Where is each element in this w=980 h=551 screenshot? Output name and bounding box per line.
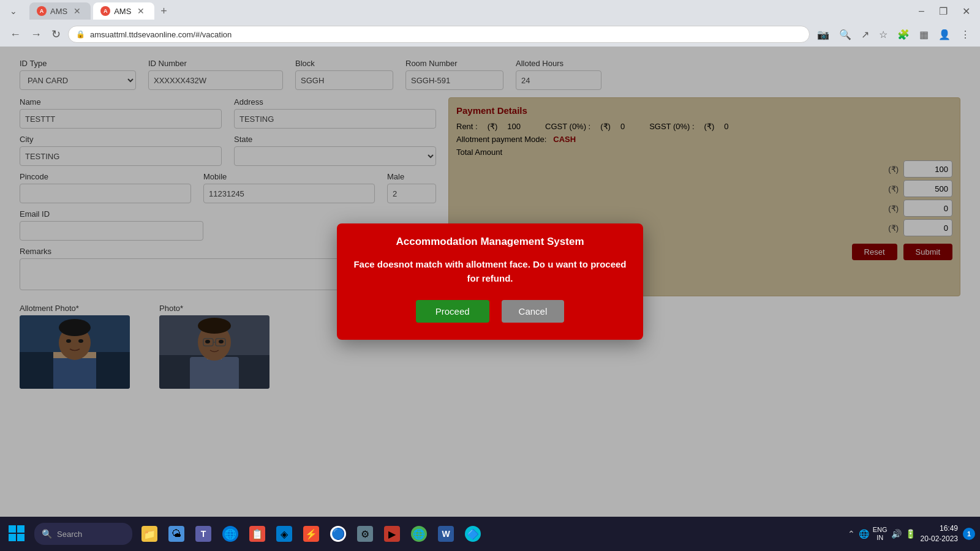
new-tab-button[interactable]: + <box>157 5 171 18</box>
tab-label-1: AMS <box>50 7 67 16</box>
app5-icon[interactable]: 📋 <box>245 522 270 546</box>
edge-icon[interactable]: 🌐 <box>218 522 243 546</box>
bookmark-icon[interactable]: ☆ <box>876 26 890 43</box>
language-display: ENGIN <box>873 526 888 542</box>
sidebar-toggle-icon[interactable]: ▦ <box>917 26 931 43</box>
date-text: 20-02-2023 <box>921 534 958 544</box>
browser-chrome: ⌄ A AMS ✕ A AMS ✕ + – ❐ ✕ ← → ↻ 🔒 amsuat… <box>0 0 980 47</box>
time-display: 16:49 20-02-2023 <box>921 523 958 544</box>
modal-title: Accommodation Management System <box>352 236 628 248</box>
start-button[interactable] <box>5 522 29 546</box>
share-icon[interactable]: ↗ <box>859 26 872 43</box>
extensions-icon[interactable]: 🧩 <box>895 26 912 43</box>
close-button[interactable]: ✕ <box>957 4 975 18</box>
title-bar: ⌄ A AMS ✕ A AMS ✕ + – ❐ ✕ <box>0 0 980 22</box>
chrome-icon[interactable]: 🔵 <box>326 522 350 546</box>
volume-icon[interactable]: 🔊 <box>891 529 902 539</box>
cancel-button[interactable]: Cancel <box>502 300 565 323</box>
taskbar-right: ⌃ 🌐 ENGIN 🔊 🔋 16:49 20-02-2023 1 <box>848 523 975 544</box>
windows-logo-icon <box>9 525 26 542</box>
battery-icon[interactable]: 🔋 <box>905 529 916 539</box>
modal-overlay: Accommodation Management System Face doe… <box>0 47 980 517</box>
maximize-button[interactable]: ❐ <box>934 4 952 18</box>
proceed-button[interactable]: Proceed <box>416 300 489 323</box>
svg-rect-22 <box>9 534 16 541</box>
tab-label-2: AMS <box>114 7 131 16</box>
modal-message: Face doesnot match with allotment face. … <box>352 258 628 285</box>
zoom-icon[interactable]: 🔍 <box>837 26 854 43</box>
profile-icon[interactable]: 👤 <box>936 26 953 43</box>
lock-icon: 🔒 <box>76 30 85 39</box>
taskbar-app-icons: 📁 🌤 T 🌐 📋 ◈ ⚡ 🔵 ⚙ <box>137 522 485 546</box>
app-last-icon[interactable]: 🔷 <box>461 522 485 546</box>
search-text: Search <box>57 530 82 539</box>
system-icons: ⌃ 🌐 ENGIN 🔊 🔋 <box>848 526 916 542</box>
modal: Accommodation Management System Face doe… <box>337 223 643 340</box>
svg-rect-20 <box>9 525 16 533</box>
toolbar-icons: 📷 🔍 ↗ ☆ 🧩 ▦ 👤 ⋮ <box>815 26 973 43</box>
menu-icon[interactable]: ⋮ <box>958 26 973 43</box>
file-explorer-icon[interactable]: 📁 <box>137 522 162 546</box>
tab-favicon-1: A <box>37 6 47 16</box>
red-app-icon[interactable]: ▶ <box>380 522 404 546</box>
taskbar-search[interactable]: 🔍 Search <box>34 523 132 545</box>
tab-close-1[interactable]: ✕ <box>71 5 83 17</box>
minimize-button[interactable]: – <box>914 4 929 18</box>
time-text: 16:49 <box>921 523 958 534</box>
window-controls-right: – ❐ ✕ <box>914 4 975 18</box>
chevron-down-icon[interactable]: ⌄ <box>5 5 22 17</box>
forward-button[interactable]: → <box>28 26 44 43</box>
window-controls-left: ⌄ <box>5 5 22 17</box>
modal-buttons: Proceed Cancel <box>352 300 628 323</box>
tab-close-2[interactable]: ✕ <box>135 5 147 17</box>
vscode-icon[interactable]: ◈ <box>272 522 296 546</box>
tab-favicon-2: A <box>100 6 110 16</box>
address-bar-row: ← → ↻ 🔒 amsuattml.ttdsevaonline.com/#/va… <box>0 22 980 47</box>
git-icon[interactable]: ⚡ <box>299 522 323 546</box>
refresh-button[interactable]: ↻ <box>49 25 63 43</box>
weather-icon[interactable]: 🌤 <box>164 522 189 546</box>
back-button[interactable]: ← <box>7 26 23 43</box>
chevron-up-icon[interactable]: ⌃ <box>848 529 855 539</box>
search-icon: 🔍 <box>42 529 52 539</box>
network-icon[interactable]: 🌐 <box>859 529 869 539</box>
tab-ams-2[interactable]: A AMS ✕ <box>93 2 154 20</box>
svg-rect-21 <box>17 525 24 533</box>
settings-icon[interactable]: ⚙ <box>353 522 377 546</box>
page-content: ID Type PAN CARD ID Number Block Room Nu… <box>0 47 980 517</box>
teams-icon[interactable]: T <box>191 522 216 546</box>
svg-rect-23 <box>17 534 24 541</box>
tab-ams-1[interactable]: A AMS ✕ <box>29 2 91 20</box>
address-bar[interactable]: 🔒 amsuattml.ttdsevaonline.com/#/vacation <box>68 26 810 43</box>
camera-icon[interactable]: 📷 <box>815 26 832 43</box>
notification-badge[interactable]: 1 <box>963 528 975 540</box>
word-icon[interactable]: W <box>434 522 458 546</box>
taskbar: 🔍 Search 📁 🌤 T 🌐 📋 ◈ ⚡ <box>0 517 980 551</box>
url-text: amsuattml.ttdsevaonline.com/#/vacation <box>90 30 802 39</box>
browser2-icon[interactable]: 🌐 <box>407 522 431 546</box>
